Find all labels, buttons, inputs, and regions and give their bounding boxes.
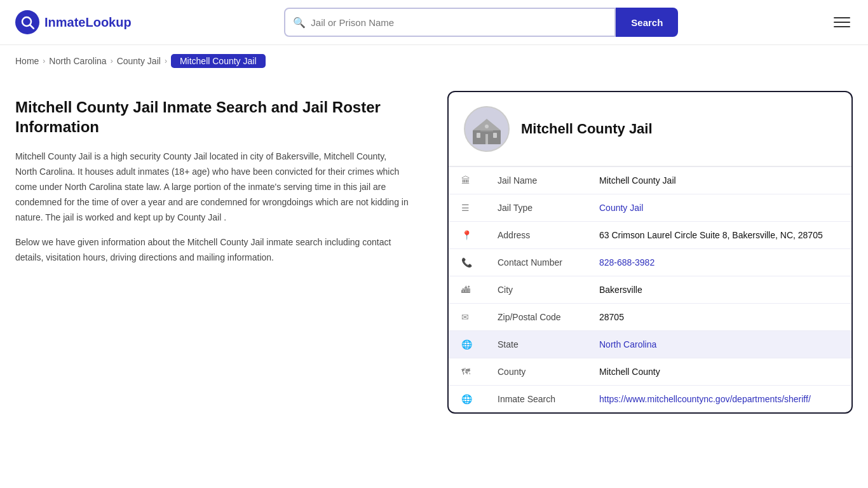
row-label: Jail Name (485, 167, 587, 194)
logo-icon (15, 10, 39, 34)
table-row: 🌐StateNorth Carolina (449, 331, 851, 358)
row-value[interactable]: https://www.mitchellcountync.gov/departm… (587, 386, 851, 413)
row-icon: 📍 (449, 222, 485, 249)
menu-line-2 (834, 22, 850, 23)
search-area: 🔍 Search (284, 8, 678, 37)
table-row: 📞Contact Number828-688-3982 (449, 249, 851, 276)
breadcrumb: Home › North Carolina › County Jail › Mi… (0, 45, 868, 72)
breadcrumb-sep-2: › (111, 57, 113, 65)
page-heading: Mitchell County Jail Inmate Search and J… (15, 97, 409, 137)
row-value: 28705 (587, 304, 851, 331)
breadcrumb-sep-1: › (43, 57, 45, 65)
main-content: Mitchell County Jail Inmate Search and J… (0, 72, 868, 439)
row-label: Zip/Postal Code (485, 304, 587, 331)
row-link[interactable]: North Carolina (599, 339, 656, 349)
row-value[interactable]: North Carolina (587, 331, 851, 358)
row-link[interactable]: https://www.mitchellcountync.gov/departm… (599, 394, 811, 404)
svg-point-8 (485, 125, 489, 128)
table-row: 🌐Inmate Searchhttps://www.mitchellcounty… (449, 386, 851, 413)
row-icon: 🏛 (449, 167, 485, 194)
row-label: City (485, 276, 587, 304)
breadcrumb-home[interactable]: Home (15, 56, 39, 66)
svg-line-1 (31, 25, 34, 29)
row-label: Jail Type (485, 194, 587, 222)
left-panel: Mitchell County Jail Inmate Search and J… (15, 97, 422, 414)
jail-avatar (464, 106, 510, 152)
search-wrapper: 🔍 (284, 8, 616, 37)
breadcrumb-current: Mitchell County Jail (171, 54, 266, 68)
row-label: County (485, 358, 587, 386)
row-icon: 🌐 (449, 386, 485, 413)
row-icon: ☰ (449, 194, 485, 222)
svg-rect-7 (493, 133, 497, 138)
row-value[interactable]: County Jail (587, 194, 851, 222)
menu-button[interactable] (831, 15, 853, 30)
info-table: 🏛Jail NameMitchell County Jail☰Jail Type… (449, 166, 851, 412)
table-row: ☰Jail TypeCounty Jail (449, 194, 851, 222)
card-title: Mitchell County Jail (521, 121, 653, 137)
table-row: 🗺CountyMitchell County (449, 358, 851, 386)
logo-text: InmateLookup (44, 15, 132, 30)
description-paragraph-2: Below we have given information about th… (15, 235, 409, 266)
row-value: 63 Crimson Laurel Circle Suite 8, Bakers… (587, 222, 851, 249)
header: InmateLookup 🔍 Search (0, 0, 868, 45)
description-paragraph-1: Mitchell County Jail is a high security … (15, 149, 409, 225)
row-label: Inmate Search (485, 386, 587, 413)
svg-rect-6 (477, 133, 480, 138)
table-row: ✉Zip/Postal Code28705 (449, 304, 851, 331)
search-input[interactable] (311, 17, 607, 28)
row-icon: ✉ (449, 304, 485, 331)
row-icon: 🏙 (449, 276, 485, 304)
row-icon: 📞 (449, 249, 485, 276)
row-label: State (485, 331, 587, 358)
table-row: 📍Address63 Crimson Laurel Circle Suite 8… (449, 222, 851, 249)
row-value: Bakersville (587, 276, 851, 304)
table-row: 🏛Jail NameMitchell County Jail (449, 167, 851, 194)
menu-line-3 (834, 26, 850, 27)
breadcrumb-state[interactable]: North Carolina (49, 56, 106, 66)
search-mag-icon: 🔍 (293, 17, 306, 29)
table-row: 🏙CityBakersville (449, 276, 851, 304)
row-label: Contact Number (485, 249, 587, 276)
search-button[interactable]: Search (616, 8, 678, 37)
row-value: Mitchell County (587, 358, 851, 386)
row-link[interactable]: County Jail (599, 203, 643, 213)
info-card: Mitchell County Jail 🏛Jail NameMitchell … (447, 91, 853, 414)
breadcrumb-sep-3: › (165, 57, 167, 65)
row-label: Address (485, 222, 587, 249)
row-icon: 🗺 (449, 358, 485, 386)
logo-link[interactable]: InmateLookup (15, 10, 132, 34)
row-icon: 🌐 (449, 331, 485, 358)
row-link[interactable]: 828-688-3982 (599, 257, 654, 268)
row-value[interactable]: 828-688-3982 (587, 249, 851, 276)
breadcrumb-type[interactable]: County Jail (117, 56, 161, 66)
menu-line-1 (834, 17, 850, 18)
svg-rect-5 (485, 134, 488, 144)
row-value: Mitchell County Jail (587, 167, 851, 194)
card-header: Mitchell County Jail (449, 92, 851, 166)
